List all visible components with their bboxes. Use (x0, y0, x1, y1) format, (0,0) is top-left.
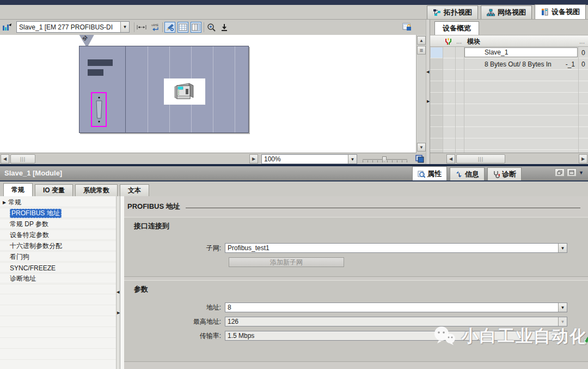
tab-io-tags[interactable]: IO 变量 (35, 184, 73, 196)
nav-content-gap (120, 196, 124, 369)
scroll-down-icon: ▼ (419, 145, 424, 150)
tab-device-view[interactable]: 设备视图 (535, 4, 586, 19)
tab-info[interactable]: i 信息 (450, 167, 485, 180)
nav-label: 诊断地址 (10, 274, 36, 283)
properties-magnifier-icon (418, 170, 425, 178)
device-rack[interactable] (79, 46, 249, 133)
pane-splitter[interactable]: ◀ ▶ (426, 20, 430, 165)
snap-button[interactable]: nAHE (150, 22, 161, 33)
zoom-in-button[interactable] (206, 22, 217, 33)
tab-label: 常规 (11, 185, 24, 195)
table-row[interactable]: Slave_1 (464, 47, 578, 58)
tab-label: 设备视图 (552, 7, 580, 17)
overview-header-ellipsis: ... (456, 35, 462, 47)
group-title: 参数 (134, 285, 148, 294)
properties-content: PROFIBUS 地址 接口连接到 子网: Profibus_test1 ▼ 添… (124, 196, 588, 369)
add-subnet-button[interactable]: 添加新子网 (229, 257, 344, 267)
fit-step-button[interactable]: ▶ (249, 154, 258, 164)
tab-network-view[interactable]: 网络视图 (481, 5, 532, 19)
nav-item-general[interactable]: ▶ 常规 (0, 197, 116, 208)
save-layout-button[interactable] (219, 22, 230, 33)
zoom-level-dropdown[interactable]: 100% ▼ (261, 154, 357, 164)
tab-system-constants[interactable]: 系统常数 (75, 184, 118, 196)
hscroll-thumb[interactable]: ||| (456, 154, 505, 164)
table-row[interactable]: 8 Bytes Out/ 8 Bytes In -_1 (464, 58, 578, 70)
scroll-up-button[interactable]: ▲ (417, 36, 426, 45)
station-navigate-button[interactable] (2, 22, 13, 33)
scroll-left-button[interactable]: ◀ (446, 154, 455, 164)
edit-labels-button[interactable] (164, 22, 175, 33)
subnet-dropdown[interactable]: Profibus_test1 ▼ (225, 243, 567, 253)
subnet-value: Profibus_test1 (225, 244, 558, 252)
show-grid-button[interactable] (177, 22, 188, 33)
tab-label: 诊断 (502, 170, 516, 179)
collapse-left-icon[interactable]: ◀ (426, 70, 429, 74)
hscroll-left-button[interactable]: ◀ (1, 154, 9, 164)
collapse-left-icon[interactable]: ◀ (117, 290, 119, 294)
nav-item-watchdog[interactable]: 看门狗 (0, 252, 116, 263)
expand-right-icon[interactable]: ▶ (117, 311, 120, 315)
nav-item-diagnostics-address[interactable]: 诊断地址 (0, 274, 116, 285)
nav-label: PROFIBUS 地址 (10, 209, 62, 218)
nav-label: 常规 DP 参数 (10, 220, 48, 229)
tab-topology-view[interactable]: 拓扑视图 (427, 5, 478, 19)
subnet-label: 子网: (124, 244, 225, 253)
tab-general[interactable]: 常规 (3, 183, 33, 196)
module-name: Slave_1 (485, 49, 508, 56)
profibus-connector[interactable] (91, 92, 107, 127)
tab-device-overview[interactable]: 设备概览 (434, 21, 479, 35)
device-vscrollbar[interactable]: ▲ ≡ ▼ (416, 35, 426, 153)
zoom-slider[interactable] (363, 156, 407, 163)
overview-table-header[interactable]: ... 模块 ... (430, 35, 588, 47)
measure-button[interactable] (136, 22, 147, 33)
grid-icon (179, 23, 187, 31)
device-selector-value: Slave_1 [EM 277 PROFIBUS-DI (17, 22, 120, 32)
chevron-down-icon: ▼ (558, 331, 567, 340)
nav-splitter[interactable]: ◀ ▶ (116, 196, 120, 369)
show-columns-button[interactable] (191, 22, 201, 33)
hscroll-thumb[interactable]: ||| (10, 154, 35, 164)
scrollbar-split-button[interactable]: ≡ (417, 46, 426, 55)
content-heading-row: PROFIBUS 地址 (127, 202, 580, 211)
fit-to-window-button[interactable] (414, 153, 425, 164)
interface-group: 接口连接到 子网: Profibus_test1 ▼ 添加新子网 (124, 217, 588, 277)
nav-item-profibus-address[interactable]: PROFIBUS 地址 (0, 208, 116, 219)
keep-layout-button[interactable] (402, 22, 413, 33)
scroll-down-button[interactable]: ▼ (417, 143, 426, 152)
em277-module-icon (173, 81, 197, 102)
station-icon (2, 23, 12, 32)
module-label-bar (88, 59, 113, 66)
window-collapse-button[interactable] (567, 168, 577, 177)
tab-diagnostics[interactable]: 诊断 (487, 167, 522, 180)
collapse-triangle-icon[interactable]: ▶ (3, 200, 6, 205)
slot-module[interactable] (164, 78, 205, 105)
device-selector-dropdown[interactable]: Slave_1 [EM 277 PROFIBUS-DI ▼ (16, 21, 130, 33)
collapse-pane-arrow-icon[interactable]: ▼ (579, 170, 584, 176)
address-dropdown[interactable]: 8 ▼ (225, 303, 567, 312)
module-name-suffix: -_1 (566, 61, 578, 68)
device-canvas[interactable]: Sl (0, 35, 416, 153)
info-icon: i (455, 171, 463, 178)
column-divider (455, 47, 456, 153)
overview-header-ellipsis: ... (579, 35, 585, 47)
expand-right-icon[interactable]: ▶ (427, 99, 430, 104)
scroll-right-button[interactable]: ▶ (579, 154, 587, 164)
edit-pen-icon (166, 23, 174, 32)
window-restore-icon (557, 170, 562, 175)
window-restore-button[interactable] (555, 168, 565, 177)
nav-item-device-specific-parameters[interactable]: 设备特定参数 (0, 230, 116, 241)
selected-row-header-cell (431, 47, 443, 58)
tab-properties[interactable]: 属性 (412, 166, 447, 180)
scroll-left-icon: ◀ (449, 156, 452, 161)
nav-item-general-dp-parameters[interactable]: 常规 DP 参数 (0, 219, 116, 230)
nav-item-sync-freeze[interactable]: SYNC/FREEZE (0, 263, 116, 274)
view-tab-bar: 拓扑视图 网络视图 设备视图 (0, 5, 588, 20)
nav-item-hex-parameter-assignment[interactable]: 十六进制参数分配 (0, 241, 116, 252)
overview-hscrollbar[interactable]: ◀ ||| ▶ (430, 153, 588, 165)
heading-rule (186, 208, 580, 208)
baud-rate-value: 1.5 Mbps (225, 331, 558, 340)
module-name-cell[interactable]: Slave_1 (464, 47, 578, 57)
overview-header-module: 模块 (467, 35, 480, 47)
tab-texts[interactable]: 文本 (120, 184, 149, 196)
wrench-icon (444, 37, 455, 46)
